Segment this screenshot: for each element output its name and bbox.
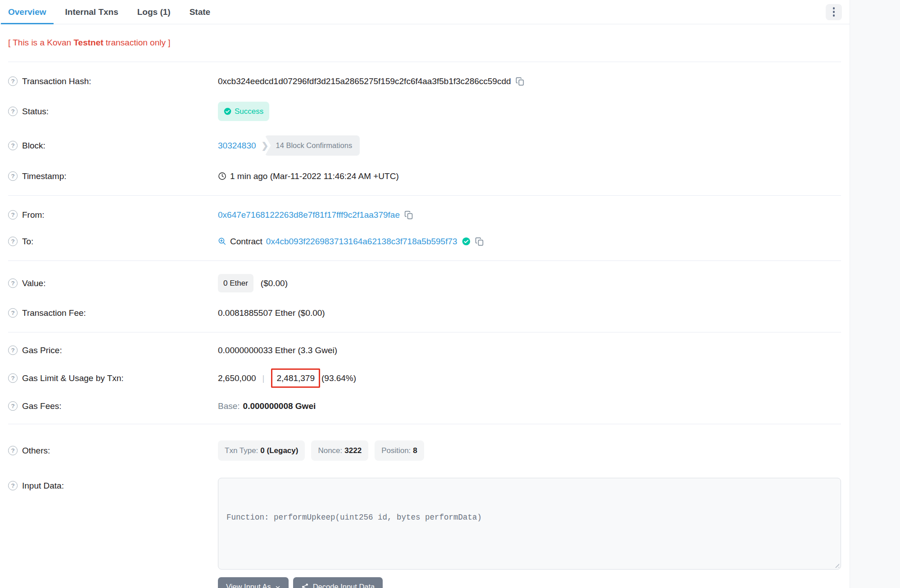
status-badge: Success [218, 102, 269, 121]
view-input-as-button[interactable]: View Input As [218, 577, 289, 588]
from-label: From: [22, 209, 45, 221]
to-label: To: [22, 235, 33, 247]
from-address-link[interactable]: 0x647e7168122263d8e7f81f17fff9c2f1aa379f… [218, 209, 400, 221]
help-icon[interactable]: ? [8, 346, 18, 355]
help-icon[interactable]: ? [8, 401, 18, 411]
gas-price-label: Gas Price: [22, 344, 62, 356]
row-from: ? From: 0x647e7168122263d8e7f81f17fff9c2… [0, 202, 850, 228]
transaction-hash-label: Transaction Hash: [22, 75, 91, 87]
verified-check-icon [462, 237, 470, 246]
block-label: Block: [22, 139, 45, 152]
help-icon[interactable]: ? [8, 308, 18, 318]
section-gas: ? Gas Price: 0.0000000033 Ether (3.3 Gwe… [0, 332, 850, 424]
row-gas-fees: ? Gas Fees: Base: 0.000000008 Gwei [0, 393, 850, 419]
row-transaction-hash: ? Transaction Hash: 0xcb324eedcd1d07296f… [0, 68, 850, 94]
nonce-badge: Nonce:3222 [311, 440, 368, 461]
section-parties: ? From: 0x647e7168122263d8e7f81f17fff9c2… [0, 196, 850, 260]
gas-limit-value: 2,650,000 [218, 372, 256, 384]
copy-icon[interactable] [475, 237, 484, 246]
chevron-down-icon [275, 584, 280, 588]
section-others-input: ? Others: Txn Type:0 (Legacy) Nonce:3222… [0, 424, 850, 588]
row-gas-limit-usage: ? Gas Limit & Usage by Txn: 2,650,000 | … [0, 364, 850, 393]
row-gas-price: ? Gas Price: 0.0000000033 Ether (3.3 Gwe… [0, 337, 850, 364]
more-options-button[interactable] [826, 4, 842, 20]
check-circle-icon [224, 108, 231, 115]
row-value: ? Value: 0 Ether ($0.00) [0, 267, 850, 300]
gas-price-value: 0.0000000033 Ether (3.3 Gwei) [218, 344, 337, 356]
transaction-fee-label: Transaction Fee: [22, 307, 86, 319]
timestamp-label: Timestamp: [22, 170, 67, 182]
pipe-separator: | [262, 372, 265, 384]
transaction-hash-value: 0xcb324eedcd1d07296fdf3d215a2865275f159c… [218, 75, 511, 87]
gas-used-value: 2,481,379 [276, 373, 315, 383]
gas-used-percent: (93.64%) [321, 372, 356, 384]
value-usd: ($0.00) [261, 277, 288, 289]
row-others: ? Others: Txn Type:0 (Legacy) Nonce:3222… [0, 433, 850, 468]
row-to: ? To: Contract 0x4cb093f226983713164a621… [0, 228, 850, 255]
copy-icon[interactable] [516, 77, 525, 86]
to-contract-prefix: Contract [230, 235, 262, 247]
help-icon[interactable]: ? [8, 141, 18, 150]
chevron-right-icon: ❯ [262, 139, 269, 152]
page-background [850, 0, 900, 588]
help-icon[interactable]: ? [8, 171, 18, 181]
tab-state[interactable]: State [182, 0, 217, 24]
row-timestamp: ? Timestamp: 1 min ago (Mar-11-2022 11:4… [0, 163, 850, 189]
input-data-line [226, 550, 832, 563]
others-label: Others: [22, 444, 50, 457]
help-icon[interactable]: ? [8, 237, 18, 246]
help-icon[interactable]: ? [8, 107, 18, 116]
block-number-link[interactable]: 30324830 [218, 139, 256, 152]
timestamp-value: 1 min ago (Mar-11-2022 11:46:24 AM +UTC) [230, 170, 399, 182]
block-confirmations-badge: 14 Block Confirmations [265, 135, 360, 156]
help-icon[interactable]: ? [8, 76, 18, 86]
gas-fees-label: Gas Fees: [22, 400, 62, 412]
copy-icon[interactable] [404, 211, 413, 220]
row-status: ? Status: Success [0, 94, 850, 128]
gas-fees-base-value: 0.000000008 Gwei [243, 400, 316, 412]
value-ether-badge: 0 Ether [218, 274, 253, 292]
input-data-label: Input Data: [22, 480, 64, 492]
clock-icon [218, 172, 226, 180]
help-icon[interactable]: ? [8, 278, 18, 288]
help-icon[interactable]: ? [8, 481, 18, 490]
tab-overview[interactable]: Overview [1, 0, 54, 24]
to-address-link[interactable]: 0x4cb093f226983713164a62138c3f718a5b595f… [266, 235, 457, 247]
help-icon[interactable]: ? [8, 446, 18, 455]
gas-limit-label: Gas Limit & Usage by Txn: [22, 372, 124, 384]
section-value: ? Value: 0 Ether ($0.00) ? Transaction F… [0, 261, 850, 332]
tab-internal-txns[interactable]: Internal Txns [58, 0, 126, 24]
help-icon[interactable]: ? [8, 210, 18, 220]
gas-used-highlight-box: 2,481,379 [271, 368, 320, 388]
testnet-notice: [ This is a Kovan Testnet transaction on… [0, 24, 850, 62]
decode-icon [301, 583, 309, 588]
input-data-textarea[interactable]: Function: performUpkeep(uint256 id, byte… [218, 478, 841, 570]
txn-type-badge: Txn Type:0 (Legacy) [218, 440, 305, 461]
tab-logs[interactable]: Logs (1) [130, 0, 178, 24]
status-label: Status: [22, 105, 49, 117]
transaction-details-card: Overview Internal Txns Logs (1) State [ … [0, 0, 850, 588]
transaction-fee-value: 0.0081885507 Ether ($0.00) [218, 307, 325, 319]
row-input-data: ? Input Data: Function: performUpkeep(ui… [0, 471, 850, 588]
gas-fees-base-label: Base: [218, 400, 240, 412]
input-data-line: Function: performUpkeep(uint256 id, byte… [226, 511, 832, 524]
tab-bar: Overview Internal Txns Logs (1) State [0, 0, 850, 24]
row-block: ? Block: 30324830 ❯ 14 Block Confirmatio… [0, 128, 850, 163]
section-summary: ? Transaction Hash: 0xcb324eedcd1d07296f… [0, 62, 850, 195]
decode-input-data-button[interactable]: Decode Input Data [293, 577, 383, 588]
zoom-in-icon[interactable] [218, 237, 226, 246]
resize-handle[interactable] [833, 562, 839, 568]
row-transaction-fee: ? Transaction Fee: 0.0081885507 Ether ($… [0, 300, 850, 326]
help-icon[interactable]: ? [8, 373, 18, 383]
position-badge: Position:8 [375, 440, 424, 461]
value-label: Value: [22, 277, 45, 289]
